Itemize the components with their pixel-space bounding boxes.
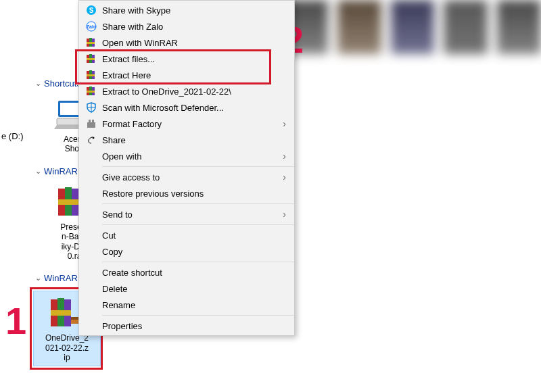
svg-rect-38 (92, 120, 94, 122)
svg-rect-36 (87, 122, 95, 128)
menu-share-zalo[interactable]: Zalo Share with Zalo (79, 18, 294, 34)
blurred-thumb (444, 0, 488, 54)
menu-cut[interactable]: Cut (79, 227, 294, 243)
menu-item-label: Properties (102, 321, 142, 331)
context-menu: S Share with Skype Zalo Share with Zalo … (78, 0, 295, 336)
chevron-down-icon: ⌄ (35, 79, 41, 88)
menu-copy[interactable]: Copy (79, 243, 294, 260)
chevron-down-icon: ⌄ (35, 167, 41, 176)
menu-share[interactable]: Share (79, 132, 294, 148)
menu-delete[interactable]: Delete (79, 280, 294, 297)
menu-item-label: Share with Skype (102, 5, 170, 16)
group-header-label: Shortcuts (44, 78, 81, 89)
menu-open-with[interactable]: Open with › (79, 148, 294, 164)
menu-item-label: Scan with Microsoft Defender... (102, 103, 224, 113)
menu-item-label: Extract files... (102, 54, 155, 64)
menu-separator (102, 224, 294, 225)
winrar-icon (85, 37, 98, 48)
submenu-arrow-icon: › (283, 172, 286, 182)
menu-share-skype[interactable]: S Share with Skype (79, 2, 294, 18)
menu-item-label: Open with (102, 151, 142, 162)
svg-rect-37 (89, 120, 91, 122)
menu-separator (102, 262, 294, 262)
menu-extract-files[interactable]: Extract files... (79, 51, 294, 67)
menu-restore-versions[interactable]: Restore previous versions (79, 185, 294, 201)
blurred-thumb (391, 0, 435, 54)
menu-give-access-to[interactable]: Give access to › (79, 169, 294, 185)
blurred-thumb (337, 0, 381, 54)
menu-item-label: Cut (102, 230, 116, 241)
svg-rect-13 (51, 310, 71, 316)
annotation-number-1: 1 (5, 299, 26, 343)
blurred-thumb (497, 0, 541, 54)
menu-separator (102, 203, 294, 204)
svg-rect-1 (60, 103, 80, 115)
menu-rename[interactable]: Rename (79, 297, 294, 313)
menu-extract-to[interactable]: Extract to OneDrive_2021-02-22\ (79, 83, 294, 99)
menu-open-winrar[interactable]: Open with WinRAR (79, 34, 294, 51)
winrar-icon (85, 70, 98, 80)
group-header-label: WinRAR (44, 273, 78, 283)
submenu-arrow-icon: › (283, 118, 286, 129)
menu-item-label: Delete (102, 284, 128, 294)
menu-properties[interactable]: Properties (79, 318, 294, 334)
submenu-arrow-icon: › (283, 209, 286, 220)
svg-rect-35 (87, 91, 95, 93)
menu-send-to[interactable]: Send to › (79, 206, 294, 222)
zalo-icon: Zalo (85, 21, 98, 32)
menu-item-label: Extract Here (102, 70, 151, 80)
file-item-label: OneDrive_2 021-02-22.z ip (45, 333, 89, 362)
blurred-thumbnail-row (284, 0, 541, 61)
svg-rect-23 (87, 42, 95, 44)
format-factory-icon (85, 118, 98, 129)
menu-item-label: Share (102, 135, 126, 145)
svg-text:S: S (89, 7, 94, 14)
menu-item-label: Restore previous versions (102, 189, 204, 199)
drive-label: e (D:) (0, 131, 24, 141)
menu-separator (102, 166, 294, 167)
svg-rect-7 (58, 199, 78, 205)
menu-item-label: Create shortcut (102, 268, 162, 278)
menu-item-label: Give access to (102, 172, 160, 182)
defender-shield-icon (85, 102, 98, 113)
submenu-arrow-icon: › (283, 151, 286, 162)
menu-create-shortcut[interactable]: Create shortcut (79, 264, 294, 280)
menu-item-label: Extract to OneDrive_2021-02-22\ (102, 87, 231, 97)
menu-separator (102, 315, 294, 316)
svg-rect-27 (87, 58, 95, 60)
skype-icon: S (85, 5, 98, 16)
winrar-icon (85, 86, 98, 97)
share-icon (85, 134, 98, 145)
menu-item-label: Copy (102, 247, 122, 257)
chevron-down-icon: ⌄ (35, 274, 41, 283)
svg-rect-31 (87, 74, 95, 76)
winrar-icon (85, 53, 98, 64)
menu-extract-here[interactable]: Extract Here (79, 67, 294, 83)
menu-item-label: Send to (102, 210, 133, 220)
menu-item-label: Open with WinRAR (102, 38, 178, 48)
group-header-label: WinRAR (44, 166, 78, 176)
svg-text:Zalo: Zalo (87, 24, 96, 29)
menu-scan-defender[interactable]: Scan with Microsoft Defender... (79, 99, 294, 116)
menu-item-label: Rename (102, 300, 135, 310)
menu-item-label: Format Factory (102, 119, 162, 129)
menu-format-factory[interactable]: Format Factory › (79, 116, 294, 132)
menu-item-label: Share with Zalo (102, 22, 163, 32)
